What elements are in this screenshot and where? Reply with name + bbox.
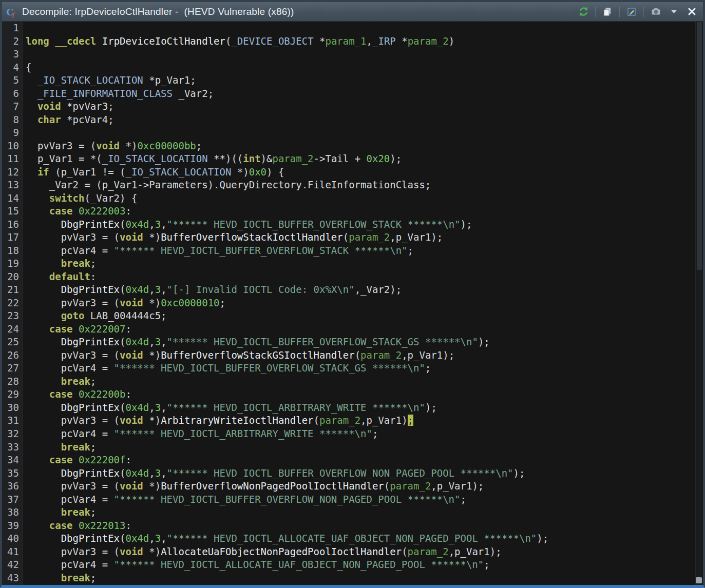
code-row: 38 break; [2, 506, 695, 519]
line-number: 23 [2, 309, 23, 323]
line-number: 5 [2, 74, 23, 87]
code-line[interactable]: if (p_Var1 != (_IO_STACK_LOCATION *)0x0)… [23, 166, 695, 179]
decompiler-icon: C f [5, 6, 17, 18]
code-line[interactable]: _FILE_INFORMATION_CLASS _Var2; [23, 87, 695, 101]
code-line[interactable]: goto LAB_004444c5; [23, 309, 695, 323]
code-row: 18 pcVar4 = "****** HEVD_IOCTL_BUFFER_OV… [2, 244, 695, 258]
chevron-down-icon [671, 9, 677, 14]
window-title: Decompile: IrpDeviceIoCtlHandler - (HEVD… [22, 6, 573, 17]
code-panel[interactable]: 12long __cdecl IrpDeviceIoCtlHandler(_DE… [2, 22, 695, 585]
code-row: 20 default: [2, 270, 695, 284]
code-row: 11 p_Var1 = *(_IO_STACK_LOCATION **)((in… [2, 152, 695, 166]
toolbar-separator [643, 6, 644, 17]
code-line[interactable]: break; [23, 257, 695, 270]
line-number: 18 [2, 244, 23, 258]
scrollbar-corner[interactable] [696, 577, 702, 583]
code-line[interactable]: break; [23, 441, 695, 454]
copy-icon [602, 7, 613, 17]
code-line[interactable] [23, 126, 695, 140]
code-line[interactable]: case 0x22200b: [23, 388, 695, 401]
code-line[interactable]: case 0x222013: [23, 519, 695, 533]
code-row: 28 break; [2, 375, 695, 388]
line-number: 2 [2, 35, 23, 48]
code-line[interactable]: DbgPrintEx(0x4d,3,"****** HEVD_IOCTL_BUF… [23, 467, 695, 480]
line-number: 34 [2, 454, 23, 467]
code-line[interactable]: break; [23, 506, 695, 519]
code-line[interactable] [23, 48, 695, 61]
code-line[interactable]: default: [23, 270, 695, 284]
code-row: 33 break; [2, 441, 695, 454]
line-number: 17 [2, 231, 23, 244]
code-row: 39 case 0x222013: [2, 519, 695, 533]
code-line[interactable]: pvVar3 = (void *)0xc0000010; [23, 297, 695, 310]
snapshot-button[interactable] [650, 6, 662, 18]
code-line[interactable]: p_Var1 = *(_IO_STACK_LOCATION **)((int)&… [23, 152, 695, 166]
code-line[interactable]: case 0x22200f: [23, 454, 695, 467]
line-number: 38 [2, 506, 23, 519]
toolbar-separator [619, 6, 620, 17]
code-line[interactable]: pvVar3 = (void *)ArbitraryWriteIoctlHand… [23, 414, 695, 427]
code-line[interactable]: DbgPrintEx(0x4d,3,"[-] Invalid IOCTL Cod… [23, 283, 695, 297]
line-number: 42 [2, 558, 23, 572]
code-line[interactable]: pcVar4 = "****** HEVD_IOCTL_BUFFER_OVERF… [23, 244, 695, 258]
code-row: 40 DbgPrintEx(0x4d,3,"****** HEVD_IOCTL_… [2, 532, 695, 545]
code-line[interactable]: pvVar3 = (void *)0xc00000bb; [23, 140, 695, 153]
code-line[interactable]: switch(_Var2) { [23, 192, 695, 205]
code-line[interactable]: long __cdecl IrpDeviceIoCtlHandler(_DEVI… [23, 35, 695, 48]
line-number: 24 [2, 323, 23, 336]
toolbar-menu-button[interactable] [668, 6, 680, 18]
line-number: 28 [2, 375, 23, 388]
code-line[interactable]: void *pvVar3; [23, 100, 695, 113]
scrollbar-thumb[interactable] [697, 22, 702, 270]
code-row: 36 pvVar3 = (void *)BufferOverflowNonPag… [2, 480, 695, 493]
code-line[interactable]: pvVar3 = (void *)BufferOverflowStackGSIo… [23, 349, 695, 362]
code-area: 12long __cdecl IrpDeviceIoCtlHandler(_DE… [2, 22, 703, 585]
line-number: 15 [2, 205, 23, 218]
code-line[interactable]: case 0x222007: [23, 323, 695, 336]
code-row: 22 pvVar3 = (void *)0xc0000010; [2, 297, 695, 310]
code-line[interactable]: pvVar3 = (void *)AllocateUaFObjectNonPag… [23, 545, 695, 559]
code-line[interactable]: break; [23, 375, 695, 388]
decompile-window: C f Decompile: IrpDeviceIoCtlHandler - (… [0, 0, 705, 588]
vertical-scrollbar[interactable] [695, 22, 703, 585]
line-number: 21 [2, 283, 23, 297]
code-row: 17 pvVar3 = (void *)BufferOverflowStackI… [2, 231, 695, 244]
copy-button[interactable] [601, 6, 614, 18]
code-line[interactable]: pcVar4 = "****** HEVD_IOCTL_BUFFER_OVERF… [23, 362, 695, 375]
code-line[interactable]: pvVar3 = (void *)BufferOverflowStackIoct… [23, 231, 695, 244]
edit-button[interactable] [625, 6, 638, 18]
code-row: 10 pvVar3 = (void *)0xc00000bb; [2, 140, 695, 153]
toolbar-separator [595, 6, 596, 17]
line-number: 20 [2, 270, 23, 284]
code-line[interactable]: break; [23, 572, 695, 585]
code-row: 7 void *pvVar3; [2, 100, 695, 113]
code-line[interactable]: DbgPrintEx(0x4d,3,"****** HEVD_IOCTL_ARB… [23, 401, 695, 415]
titlebar[interactable]: C f Decompile: IrpDeviceIoCtlHandler - (… [2, 2, 703, 22]
code-line[interactable]: DbgPrintEx(0x4d,3,"****** HEVD_IOCTL_ALL… [23, 532, 695, 545]
code-line[interactable]: _IO_STACK_LOCATION *p_Var1; [23, 74, 695, 87]
code-line[interactable]: { [23, 61, 695, 74]
code-line[interactable]: DbgPrintEx(0x4d,3,"****** HEVD_IOCTL_BUF… [23, 336, 695, 349]
code-row: 23 goto LAB_004444c5; [2, 309, 695, 323]
code-line[interactable]: pvVar3 = (void *)BufferOverflowNonPagedP… [23, 480, 695, 493]
line-number: 40 [2, 532, 23, 545]
refresh-button[interactable] [577, 6, 589, 18]
code-line[interactable]: _Var2 = (p_Var1->Parameters).QueryDirect… [23, 179, 695, 192]
line-number: 19 [2, 257, 23, 270]
line-number: 43 [2, 572, 23, 585]
line-number: 11 [2, 152, 23, 166]
line-number: 27 [2, 362, 23, 375]
close-button[interactable] [685, 6, 698, 18]
code-line[interactable]: DbgPrintEx(0x4d,3,"****** HEVD_IOCTL_BUF… [23, 218, 695, 231]
code-row: 8 char *pcVar4; [2, 113, 695, 127]
code-line[interactable]: char *pcVar4; [23, 113, 695, 127]
code-line[interactable]: pcVar4 = "****** HEVD_IOCTL_BUFFER_OVERF… [23, 493, 695, 506]
code-row: 13 _Var2 = (p_Var1->Parameters).QueryDir… [2, 179, 695, 192]
code-row: 1 [2, 22, 695, 35]
code-line[interactable]: pcVar4 = "****** HEVD_IOCTL_ALLOCATE_UAF… [23, 558, 695, 572]
code-row: 41 pvVar3 = (void *)AllocateUaFObjectNon… [2, 545, 695, 559]
line-number: 10 [2, 140, 23, 153]
code-line[interactable] [23, 22, 695, 35]
code-line[interactable]: case 0x222003: [23, 205, 695, 218]
code-line[interactable]: pcVar4 = "****** HEVD_IOCTL_ARBITRARY_WR… [23, 427, 695, 441]
